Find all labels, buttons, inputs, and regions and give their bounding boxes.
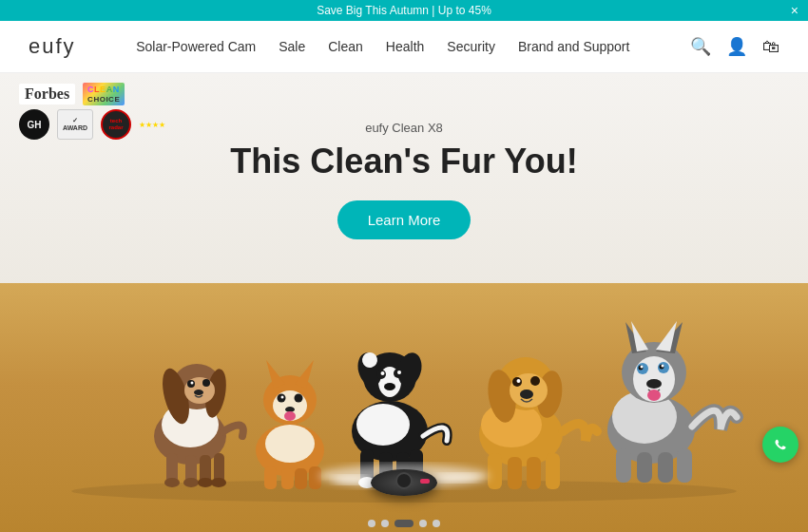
svg-point-61 [520, 390, 533, 399]
svg-point-26 [295, 394, 303, 403]
svg-marker-22 [266, 360, 285, 389]
nav-item-brand[interactable]: Brand and Support [518, 38, 630, 55]
learn-more-button[interactable]: Learn More [337, 200, 471, 239]
announcement-close[interactable]: × [791, 4, 798, 17]
svg-rect-82 [616, 448, 631, 483]
nav-item-clean[interactable]: Clean [328, 38, 363, 55]
svg-point-29 [284, 411, 296, 421]
carousel-dot-5[interactable] [433, 520, 440, 527]
nav-item-sale[interactable]: Sale [279, 38, 305, 55]
svg-point-9 [191, 382, 194, 385]
badge-row-1: Forbes CLEAN CHOICE [19, 83, 165, 105]
svg-rect-63 [508, 457, 522, 489]
whatsapp-button[interactable] [762, 427, 798, 463]
clean-choice-text: CLEAN CHOICE [87, 85, 120, 104]
svg-point-43 [381, 371, 385, 375]
svg-rect-30 [264, 466, 277, 489]
robot-button [420, 479, 430, 484]
announcement-text: Save Big This Autumn | Up to 45% [317, 4, 491, 17]
header: eufy Solar-Powered Cam Sale Clean Health… [0, 21, 808, 73]
svg-point-15 [164, 478, 180, 487]
nav-link-sale: Sale [279, 39, 305, 54]
svg-rect-85 [677, 448, 692, 483]
svg-point-10 [194, 390, 203, 395]
svg-rect-65 [546, 453, 560, 489]
robot-vacuum [371, 469, 437, 496]
robot-top [395, 472, 413, 489]
svg-point-17 [198, 478, 213, 487]
svg-point-80 [646, 379, 662, 389]
carousel-dot-2[interactable] [381, 520, 389, 527]
navigation: Solar-Powered Cam Sale Clean Health Secu… [136, 38, 629, 55]
svg-rect-31 [281, 468, 294, 489]
dog-golden-retriever [479, 357, 597, 489]
header-icons: 🔍 👤 🛍 [690, 36, 779, 57]
carousel-dot-4[interactable] [419, 520, 427, 527]
hero-title: This Clean's Fur You! [166, 141, 642, 181]
dog-corgi [256, 360, 324, 489]
clean-choice-badge: CLEAN CHOICE [83, 83, 125, 105]
dog-husky [607, 321, 737, 483]
hero-section: Forbes CLEAN CHOICE GH ✓ AWARD techradar [0, 73, 808, 532]
svg-point-59 [530, 376, 540, 386]
svg-point-18 [211, 478, 226, 487]
svg-marker-23 [295, 360, 314, 389]
carousel-dot-1[interactable] [368, 520, 375, 527]
svg-point-87 [333, 475, 371, 484]
carousel-dot-3[interactable] [394, 520, 414, 527]
cart-icon[interactable]: 🛍 [762, 37, 779, 57]
nav-item-security[interactable]: Security [447, 38, 495, 55]
svg-point-60 [517, 379, 521, 383]
nav-link-solar: Solar-Powered Cam [136, 39, 256, 54]
svg-rect-32 [295, 468, 307, 489]
nav-link-health: Health [386, 39, 424, 54]
search-icon[interactable]: 🔍 [690, 36, 711, 57]
star-rating: ★★★★ [139, 121, 165, 129]
svg-point-44 [397, 370, 401, 374]
nav-item-health[interactable]: Health [386, 38, 424, 55]
svg-rect-84 [658, 452, 673, 483]
nav-link-brand: Brand and Support [518, 39, 630, 54]
dogs-illustration [0, 256, 808, 503]
user-icon[interactable]: 👤 [726, 36, 747, 57]
nav-link-clean: Clean [328, 39, 363, 54]
svg-point-88 [433, 473, 480, 483]
logo[interactable]: eufy [29, 34, 76, 59]
gh-badge: GH [19, 109, 49, 140]
svg-point-27 [281, 396, 284, 399]
nav-link-security: Security [447, 39, 495, 54]
hero-text: eufy Clean X8 This Clean's Fur You! Lear… [166, 121, 642, 239]
svg-rect-62 [488, 453, 502, 489]
robot-body [371, 469, 437, 496]
product-subtitle: eufy Clean X8 [166, 121, 642, 135]
svg-point-16 [183, 478, 199, 487]
awards-badges: Forbes CLEAN CHOICE GH ✓ AWARD techradar [19, 83, 165, 140]
award-rect-badge: ✓ AWARD [57, 109, 93, 140]
svg-rect-83 [637, 452, 652, 483]
nav-item-solar[interactable]: Solar-Powered Cam [136, 38, 256, 55]
svg-point-20 [265, 425, 315, 463]
svg-point-35 [356, 404, 410, 446]
badge-row-2: GH ✓ AWARD techradar ★★★★ [19, 109, 165, 140]
svg-point-81 [647, 390, 661, 401]
svg-point-45 [384, 383, 395, 390]
techradar-badge: techradar [101, 109, 131, 140]
svg-point-8 [202, 379, 210, 387]
svg-point-79 [662, 365, 664, 368]
forbes-badge: Forbes [19, 84, 75, 104]
dog-spaniel [154, 364, 243, 487]
announcement-bar: Save Big This Autumn | Up to 45% × [0, 0, 808, 21]
svg-rect-33 [309, 466, 321, 489]
carousel-dots [368, 520, 440, 527]
svg-rect-64 [527, 457, 541, 489]
svg-point-78 [641, 366, 644, 369]
